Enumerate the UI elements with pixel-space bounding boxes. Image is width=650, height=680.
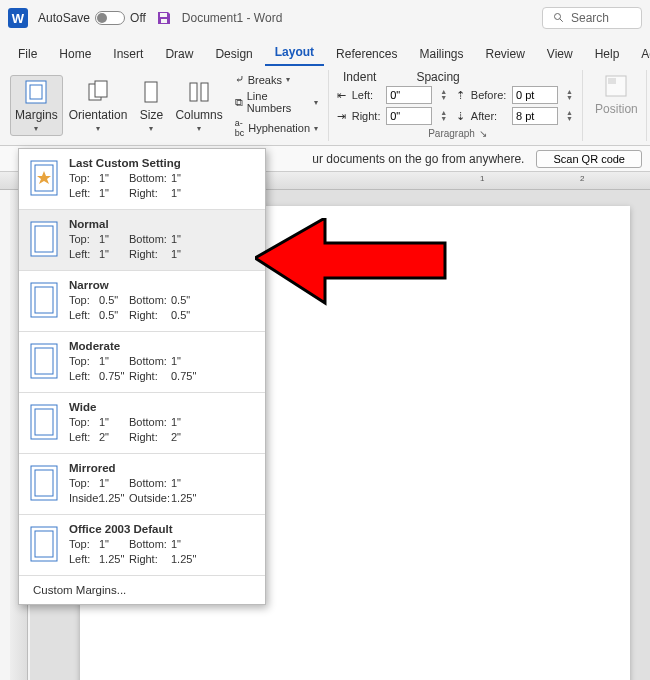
margins-button[interactable]: Margins ▾: [10, 75, 63, 136]
margin-preset-icon: [29, 525, 59, 563]
breaks-button[interactable]: ⤶Breaks▾: [233, 72, 320, 87]
indent-right-label: Right:: [352, 110, 382, 122]
tab-review[interactable]: Review: [475, 42, 534, 66]
svg-rect-10: [608, 78, 616, 84]
indent-left-spinner[interactable]: ▲▼: [440, 89, 452, 101]
info-text: ur documents on the go from anywhere.: [312, 152, 524, 166]
paragraph-group-label: Paragraph: [428, 128, 475, 139]
tab-mailings[interactable]: Mailings: [409, 42, 473, 66]
margin-preset-narrow[interactable]: NarrowTop:0.5"Bottom:0.5"Left:0.5"Right:…: [19, 270, 265, 331]
indent-header: Indent: [343, 70, 376, 84]
arrange-group: Position: [587, 70, 647, 141]
tab-layout[interactable]: Layout: [265, 40, 324, 66]
margin-preset-title: Narrow: [69, 279, 255, 291]
size-button[interactable]: Size ▾: [133, 76, 169, 135]
margin-preset-title: Last Custom Setting: [69, 157, 255, 169]
spacing-before-input[interactable]: [512, 86, 558, 104]
word-app-icon: W: [8, 8, 28, 28]
svg-rect-8: [201, 83, 208, 101]
spacing-before-icon: ⇡: [456, 89, 467, 102]
svg-rect-7: [190, 83, 197, 101]
line-numbers-button[interactable]: ⧉Line Numbers▾: [233, 89, 320, 115]
indent-left-icon: ⇤: [337, 89, 348, 102]
margin-preset-office-2003-default[interactable]: Office 2003 DefaultTop:1"Bottom:1"Left:1…: [19, 514, 265, 575]
tab-file[interactable]: File: [8, 42, 47, 66]
margin-preset-icon: [29, 464, 59, 502]
margin-preset-icon: [29, 342, 59, 380]
toggle-switch[interactable]: [95, 11, 125, 25]
title-bar: W AutoSave Off Document1 - Word Search: [0, 0, 650, 36]
size-icon: [137, 78, 165, 106]
spacing-after-icon: ⇣: [456, 110, 467, 123]
svg-rect-5: [95, 81, 107, 97]
columns-icon: [185, 78, 213, 106]
document-title: Document1 - Word: [182, 11, 282, 25]
ribbon: Margins ▾ Orientation ▾ Size ▾ Columns ▾…: [0, 66, 650, 146]
margin-preset-icon: [29, 281, 59, 319]
autosave-label: AutoSave: [38, 11, 90, 25]
indent-left-label: Left:: [352, 89, 382, 101]
indent-left-input[interactable]: [386, 86, 432, 104]
margin-preset-moderate[interactable]: ModerateTop:1"Bottom:1"Left:0.75"Right:0…: [19, 331, 265, 392]
scan-qr-button[interactable]: Scan QR code: [536, 150, 642, 168]
search-input[interactable]: Search: [542, 7, 642, 29]
save-icon[interactable]: [156, 10, 172, 26]
position-label: Position: [595, 102, 638, 116]
tab-references[interactable]: References: [326, 42, 407, 66]
orientation-icon: [84, 78, 112, 106]
tab-help[interactable]: Help: [585, 42, 630, 66]
tab-design[interactable]: Design: [205, 42, 262, 66]
svg-rect-6: [145, 82, 157, 102]
svg-point-0: [555, 14, 561, 20]
custom-margins-item[interactable]: Custom Margins...: [19, 575, 265, 604]
orientation-button[interactable]: Orientation ▾: [65, 76, 132, 135]
hyphenation-button[interactable]: a-bcHyphenation▾: [233, 117, 320, 139]
margin-preset-title: Moderate: [69, 340, 255, 352]
columns-label: Columns: [175, 108, 222, 122]
columns-button[interactable]: Columns ▾: [171, 76, 226, 135]
margin-preset-title: Mirrored: [69, 462, 255, 474]
margin-preset-title: Wide: [69, 401, 255, 413]
orientation-label: Orientation: [69, 108, 128, 122]
margin-preset-title: Normal: [69, 218, 255, 230]
indent-right-spinner[interactable]: ▲▼: [440, 110, 452, 122]
spacing-after-spinner[interactable]: ▲▼: [566, 110, 578, 122]
spacing-header: Spacing: [416, 70, 459, 84]
position-icon: [602, 72, 630, 100]
indent-right-icon: ⇥: [337, 110, 348, 123]
margin-preset-wide[interactable]: WideTop:1"Bottom:1"Left:2"Right:2": [19, 392, 265, 453]
tab-draw[interactable]: Draw: [155, 42, 203, 66]
margins-dropdown: Last Custom SettingTop:1"Bottom:1"Left:1…: [18, 148, 266, 605]
search-icon: [553, 12, 565, 24]
margin-preset-last-custom-setting[interactable]: Last Custom SettingTop:1"Bottom:1"Left:1…: [19, 149, 265, 209]
svg-line-1: [560, 19, 563, 22]
paragraph-launcher-icon[interactable]: ↘: [479, 128, 487, 139]
paragraph-group: Indent Spacing ⇤ Left: ▲▼ ⇡ Before: ▲▼ ⇥…: [333, 70, 583, 141]
margin-preset-mirrored[interactable]: MirroredTop:1"Bottom:1"Inside:1.25"Outsi…: [19, 453, 265, 514]
indent-right-input[interactable]: [386, 107, 432, 125]
margin-preset-icon: [29, 159, 59, 197]
autosave-toggle[interactable]: AutoSave Off: [38, 11, 146, 25]
margin-preset-icon: [29, 220, 59, 258]
search-placeholder: Search: [571, 11, 609, 25]
tab-view[interactable]: View: [537, 42, 583, 66]
spacing-after-label: After:: [471, 110, 508, 122]
spacing-before-spinner[interactable]: ▲▼: [566, 89, 578, 101]
position-button[interactable]: Position: [591, 70, 642, 118]
tab-acro[interactable]: Acro: [631, 42, 650, 66]
spacing-before-label: Before:: [471, 89, 508, 101]
margin-preset-title: Office 2003 Default: [69, 523, 255, 535]
autosave-state: Off: [130, 11, 146, 25]
margins-label: Margins: [15, 108, 58, 122]
tab-insert[interactable]: Insert: [103, 42, 153, 66]
margin-preset-icon: [29, 403, 59, 441]
size-label: Size: [140, 108, 163, 122]
margins-icon: [22, 78, 50, 106]
margin-preset-normal[interactable]: NormalTop:1"Bottom:1"Left:1"Right:1": [19, 209, 265, 270]
tab-home[interactable]: Home: [49, 42, 101, 66]
spacing-after-input[interactable]: [512, 107, 558, 125]
page-setup-group: Margins ▾ Orientation ▾ Size ▾ Columns ▾…: [6, 70, 329, 141]
ribbon-tabs: FileHomeInsertDrawDesignLayoutReferences…: [0, 36, 650, 66]
svg-rect-2: [26, 81, 46, 103]
